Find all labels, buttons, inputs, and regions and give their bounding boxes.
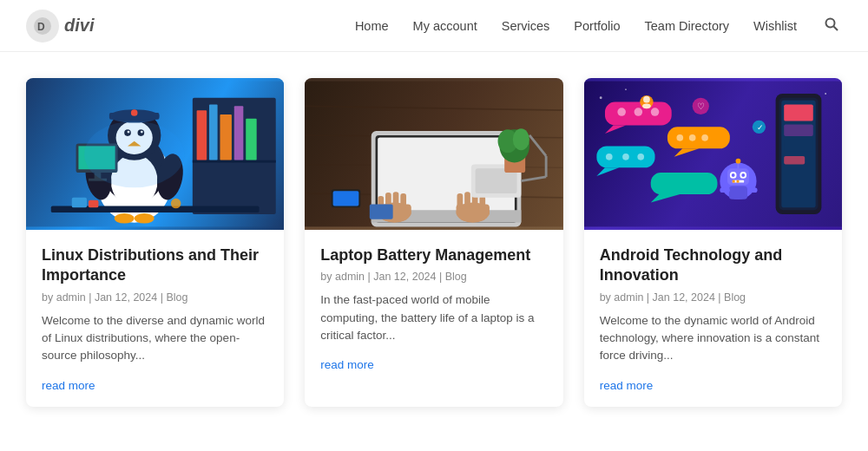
card-laptop-meta: by admin | Jan 12, 2024 | Blog (320, 271, 547, 283)
svg-point-101 (701, 134, 708, 141)
svg-point-91 (650, 108, 659, 116)
main-nav: Home My account Services Portfolio Team … (355, 14, 842, 38)
card-linux-body: Linux Distributions and Their Importance… (26, 230, 284, 407)
svg-rect-85 (784, 140, 813, 151)
card-android-meta: by admin | Jan 12, 2024 | Blog (600, 291, 826, 304)
svg-point-26 (115, 213, 135, 224)
card-linux-read-more[interactable]: read more (42, 379, 95, 392)
logo-text: divi (64, 16, 94, 36)
svg-rect-62 (370, 205, 393, 219)
nav-team-directory[interactable]: Team Directory (645, 19, 730, 33)
svg-point-30 (131, 109, 138, 116)
svg-rect-114 (732, 180, 734, 183)
svg-point-75 (599, 96, 602, 99)
svg-rect-9 (234, 106, 244, 160)
svg-point-117 (735, 159, 740, 164)
svg-point-90 (634, 108, 642, 116)
svg-point-111 (731, 173, 734, 177)
main-content: Linux Distributions and Their Importance… (0, 52, 868, 424)
svg-rect-58 (457, 193, 464, 209)
svg-rect-8 (220, 114, 231, 160)
svg-text:♡: ♡ (697, 101, 705, 111)
svg-rect-84 (784, 124, 813, 135)
card-android-title: Android Technology and Innovation (600, 245, 826, 286)
card-android: ♡ ✓ Android Technology and Innovation by… (584, 78, 842, 407)
card-laptop-read-more[interactable]: read more (320, 358, 374, 371)
nav-portfolio[interactable]: Portfolio (574, 19, 620, 33)
svg-point-96 (637, 154, 644, 160)
card-linux-image (26, 78, 284, 230)
search-icon (825, 17, 838, 31)
card-linux-excerpt: Welcome to the diverse and dynamic world… (42, 312, 268, 365)
svg-rect-37 (89, 200, 99, 208)
card-laptop-excerpt: In the fast-paced world of mobile comput… (320, 291, 547, 344)
svg-rect-55 (401, 193, 407, 209)
svg-point-39 (84, 121, 184, 188)
svg-text:D: D (37, 21, 45, 33)
svg-rect-115 (736, 180, 739, 183)
nav-my-account[interactable]: My account (413, 19, 477, 33)
svg-point-76 (625, 88, 627, 90)
svg-point-100 (689, 134, 696, 141)
svg-rect-54 (393, 192, 399, 209)
svg-point-89 (617, 108, 626, 116)
svg-point-94 (606, 154, 613, 160)
card-laptop-body: Laptop Battery Management by admin | Jan… (305, 230, 562, 386)
svg-rect-6 (197, 110, 207, 160)
search-button[interactable] (821, 14, 842, 38)
svg-rect-102 (650, 173, 717, 194)
svg-text:✓: ✓ (756, 123, 763, 132)
svg-point-105 (643, 96, 650, 103)
nav-wishlist[interactable]: Wishlist (753, 19, 797, 33)
svg-rect-119 (720, 187, 730, 193)
svg-point-2 (826, 18, 835, 27)
card-linux-meta: by admin | Jan 12, 2024 | Blog (42, 291, 268, 304)
site-header: D divi Home My account Services Portfoli… (0, 0, 868, 52)
svg-rect-83 (784, 104, 813, 121)
svg-point-95 (622, 154, 629, 160)
svg-point-112 (741, 173, 745, 177)
card-laptop: Laptop Battery Management by admin | Jan… (305, 78, 562, 407)
svg-rect-59 (464, 192, 470, 209)
svg-rect-73 (333, 191, 359, 206)
card-laptop-title: Laptop Battery Management (320, 245, 547, 265)
card-android-excerpt: Welcome to the dynamic world of Android … (600, 312, 826, 365)
svg-rect-10 (246, 119, 256, 160)
card-android-image: ♡ ✓ (584, 78, 842, 230)
card-linux-title: Linux Distributions and Their Importance (42, 245, 268, 286)
svg-rect-118 (729, 186, 747, 199)
logo-icon: D (26, 10, 59, 42)
cards-grid: Linux Distributions and Their Importance… (26, 78, 842, 407)
card-linux: Linux Distributions and Their Importance… (26, 78, 284, 407)
nav-services[interactable]: Services (502, 19, 550, 33)
svg-point-99 (676, 134, 683, 141)
svg-point-27 (135, 213, 155, 224)
nav-home[interactable]: Home (355, 19, 389, 33)
card-android-read-more[interactable]: read more (600, 379, 654, 392)
svg-point-71 (513, 128, 529, 150)
svg-rect-86 (784, 156, 805, 165)
card-laptop-image (305, 78, 562, 230)
svg-line-3 (834, 26, 838, 30)
svg-rect-11 (193, 160, 276, 163)
card-android-body: Android Technology and Innovation by adm… (584, 230, 842, 407)
site-logo[interactable]: D divi (26, 10, 94, 42)
svg-rect-120 (747, 187, 758, 193)
svg-rect-36 (72, 198, 87, 208)
svg-point-38 (171, 199, 181, 209)
svg-rect-7 (209, 104, 218, 160)
svg-rect-61 (480, 196, 486, 209)
svg-point-106 (642, 103, 651, 108)
svg-point-78 (825, 93, 826, 95)
